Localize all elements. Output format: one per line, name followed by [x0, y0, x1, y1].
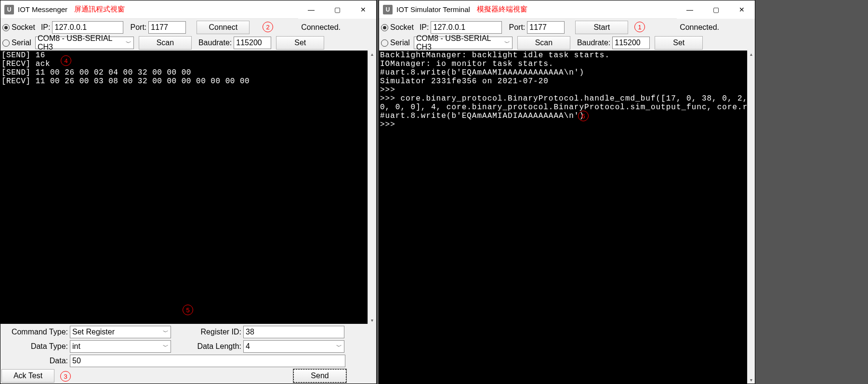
connection-toolbars: Socket IP: Port: Start Connected. Serial…	[379, 19, 755, 51]
socket-label: Socket	[12, 23, 35, 32]
console-area: [SEND] 16 [RECV] ack [SEND] 11 00 26 00 …	[0, 51, 376, 324]
serial-label: Serial	[12, 38, 31, 47]
start-button[interactable]: Start	[575, 21, 628, 34]
data-input[interactable]	[70, 355, 345, 367]
terminal-console[interactable]: BacklightManager: backlight idle task st…	[379, 51, 747, 384]
serial-label: Serial	[390, 38, 410, 47]
data-type-select[interactable]: int ﹀	[70, 340, 171, 353]
annotation-3: 3	[60, 371, 71, 382]
console-scrollbar[interactable]: ▴ ▾	[747, 51, 755, 384]
minimize-button[interactable]: —	[298, 0, 324, 19]
annotation-1: 1	[634, 22, 645, 32]
register-id-input[interactable]	[243, 326, 344, 338]
register-id-label: Register ID:	[171, 328, 243, 336]
data-type-label: Data Type:	[2, 342, 70, 351]
scroll-up-icon: ▴	[371, 51, 373, 57]
iot-messenger-window: U IOT Messenger 屏通訊程式視窗 — ▢ ✕ Socket IP:…	[0, 0, 377, 384]
annotation-2: 2	[263, 22, 273, 32]
baudrate-input[interactable]	[612, 37, 650, 49]
iot-simulator-window: U IOT Simulator Terminal 模擬器終端視窗 — ▢ ✕ S…	[379, 0, 755, 384]
radio-unchecked-icon	[381, 39, 388, 47]
set-baudrate-button[interactable]: Set	[276, 36, 324, 50]
socket-label: Socket	[390, 23, 414, 32]
close-button[interactable]: ✕	[729, 0, 755, 19]
data-type-value: int	[72, 342, 80, 351]
connection-toolbars: Socket IP: Port: Connect Connected. Seri…	[0, 19, 376, 51]
com-port-select[interactable]: COM8 - USB-SERIAL CH3 ﹀	[35, 37, 134, 49]
window-controls: — ▢ ✕	[298, 0, 376, 19]
annotation-5: 5	[183, 305, 193, 315]
scroll-up-icon: ▴	[750, 51, 752, 57]
data-length-label: Data Length:	[171, 342, 243, 351]
ip-label: IP:	[420, 23, 429, 32]
command-type-label: Command Type:	[2, 328, 70, 336]
command-type-value: Set Register	[72, 328, 115, 336]
scan-button[interactable]: Scan	[139, 36, 192, 50]
socket-row: Socket IP: Port: Start Connected.	[381, 20, 753, 35]
port-label: Port:	[130, 23, 146, 32]
titlebar: U IOT Simulator Terminal 模擬器終端視窗 — ▢ ✕	[379, 0, 755, 19]
maximize-button[interactable]: ▢	[703, 0, 729, 19]
baudrate-label: Baudrate:	[577, 38, 610, 47]
chevron-down-icon: ﹀	[163, 328, 169, 336]
serial-row: Serial COM8 - USB-SERIAL CH3 ﹀ Scan Baud…	[2, 35, 374, 51]
com-port-select[interactable]: COM8 - USB-SERIAL CH3 ﹀	[414, 37, 513, 49]
set-baudrate-button[interactable]: Set	[655, 36, 703, 50]
data-length-value: 4	[246, 342, 250, 351]
chevron-down-icon: ﹀	[163, 343, 169, 351]
port-label: Port:	[509, 23, 525, 32]
radio-checked-icon	[381, 24, 388, 31]
scan-button[interactable]: Scan	[517, 36, 570, 50]
console-scrollbar[interactable]: ▴ ▾	[368, 51, 376, 324]
chevron-down-icon: ﹀	[336, 343, 342, 351]
app-icon: U	[4, 5, 14, 14]
radio-unchecked-icon	[2, 39, 10, 47]
socket-radio[interactable]: Socket	[2, 23, 35, 32]
ack-test-button[interactable]: Ack Test	[1, 369, 54, 383]
connection-status: Connected.	[680, 23, 719, 32]
serial-radio[interactable]: Serial	[381, 38, 410, 47]
window-controls: — ▢ ✕	[677, 0, 755, 19]
scroll-down-icon: ▾	[371, 318, 373, 323]
data-label: Data:	[2, 357, 70, 365]
minimize-button[interactable]: —	[677, 0, 703, 19]
app-icon: U	[383, 5, 393, 14]
log-console[interactable]: [SEND] 16 [RECV] ack [SEND] 11 00 26 00 …	[0, 51, 368, 324]
window-annotation: 模擬器終端視窗	[477, 5, 527, 14]
com-port-value: COM8 - USB-SERIAL CH3	[416, 34, 501, 51]
titlebar: U IOT Messenger 屏通訊程式視窗 — ▢ ✕	[0, 0, 376, 19]
command-type-select[interactable]: Set Register ﹀	[70, 326, 171, 338]
data-length-select[interactable]: 4 ﹀	[243, 340, 344, 353]
annotation-4: 4	[61, 55, 71, 66]
ip-input[interactable]	[431, 21, 502, 34]
port-input[interactable]	[527, 21, 565, 34]
annotation-6: 6	[578, 111, 589, 121]
scroll-down-icon: ▾	[750, 377, 752, 383]
serial-radio[interactable]: Serial	[2, 38, 31, 47]
connection-status: Connected.	[301, 23, 341, 32]
send-button[interactable]: Send	[293, 369, 346, 383]
window-title: IOT Simulator Terminal	[396, 5, 470, 13]
socket-row: Socket IP: Port: Connect Connected.	[2, 20, 374, 35]
maximize-button[interactable]: ▢	[324, 0, 350, 19]
window-annotation: 屏通訊程式視窗	[74, 5, 125, 14]
connect-button[interactable]: Connect	[197, 21, 250, 34]
socket-radio[interactable]: Socket	[381, 23, 414, 32]
baudrate-label: Baudrate:	[198, 38, 232, 47]
serial-row: Serial COM8 - USB-SERIAL CH3 ﹀ Scan Baud…	[381, 35, 753, 51]
ip-input[interactable]	[52, 21, 123, 34]
com-port-value: COM8 - USB-SERIAL CH3	[38, 34, 123, 51]
command-form: Command Type: Set Register ﹀ Register ID…	[0, 324, 376, 384]
chevron-down-icon: ﹀	[126, 39, 132, 47]
chevron-down-icon: ﹀	[504, 39, 510, 47]
baudrate-input[interactable]	[234, 37, 271, 49]
close-button[interactable]: ✕	[350, 0, 376, 19]
port-input[interactable]	[148, 21, 186, 34]
radio-checked-icon	[2, 24, 10, 31]
ip-label: IP:	[41, 23, 51, 32]
window-title: IOT Messenger	[18, 5, 67, 13]
console-area: BacklightManager: backlight idle task st…	[379, 51, 755, 384]
